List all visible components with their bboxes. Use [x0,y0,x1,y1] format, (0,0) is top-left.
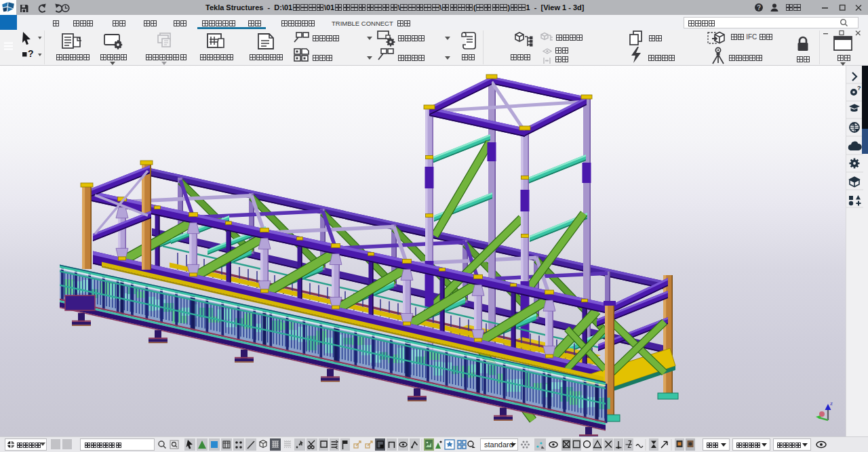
svg-text:?: ? [28,48,34,59]
svg-text:?: ? [857,85,861,91]
svg-text:z: z [830,400,833,407]
svg-text:?: ? [757,4,761,12]
